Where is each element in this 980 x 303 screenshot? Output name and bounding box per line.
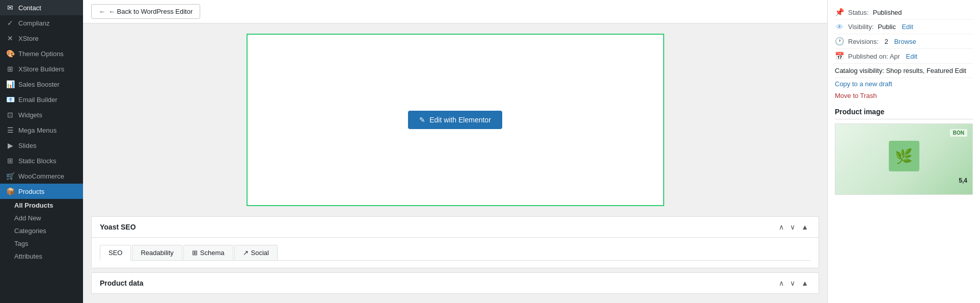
sidebar-item-woocommerce[interactable]: 🛒 WooCommerce: [0, 168, 83, 184]
widgets-icon: ⊡: [6, 111, 14, 119]
sections-area: Yoast SEO ∧ ∨ ▲ SEO Readability: [83, 216, 827, 303]
product-collapse-up-icon[interactable]: ∧: [777, 278, 786, 288]
product-collapse-down-icon[interactable]: ∨: [788, 278, 797, 288]
status-icon: 📌: [835, 8, 844, 17]
canvas-wrapper: ✎ Edit with Elementor: [83, 23, 827, 216]
catalog-visibility-label: Catalog visibility:: [835, 67, 886, 74]
product-data-header[interactable]: Product data ∧ ∨ ▲: [92, 273, 819, 293]
elementor-icon: ✎: [419, 116, 425, 124]
product-price: 5,4: [959, 177, 967, 184]
catalog-visibility-value: Shop results, Featured: [886, 67, 955, 74]
complianz-icon: ✓: [6, 19, 14, 27]
sidebar-item-static-blocks[interactable]: ⊞ Static Blocks: [0, 153, 83, 168]
categories-label: Categories: [14, 227, 46, 235]
sidebar-item-mega-menus[interactable]: ☰ Mega Menus: [0, 122, 83, 138]
sidebar-item-xstore[interactable]: ✕ XStore: [0, 31, 83, 46]
sidebar-item-label: XStore: [18, 35, 39, 42]
product-image-thumbnail[interactable]: 🌿 BON 5,4: [835, 123, 973, 195]
visibility-edit-link[interactable]: Edit: [902, 23, 913, 31]
yoast-seo-body: SEO Readability ⊞ Schema ↗ Social: [92, 238, 819, 268]
editor-canvas: ✎ Edit with Elementor: [247, 34, 664, 206]
yoast-tabs: SEO Readability ⊞ Schema ↗ Social: [100, 245, 810, 261]
mega-menus-icon: ☰: [6, 126, 14, 134]
tab-seo[interactable]: SEO: [100, 245, 131, 261]
catalog-visibility-row: Catalog visibility: Shop results, Featur…: [835, 64, 973, 78]
sidebar-item-sales-booster[interactable]: 📊 Sales Booster: [0, 77, 83, 92]
sidebar-item-contact[interactable]: ✉ Contact: [0, 0, 83, 15]
all-products-label: All Products: [14, 201, 53, 209]
product-thumb-icon: 🌿: [895, 148, 913, 165]
woocommerce-icon: 🛒: [6, 172, 14, 180]
published-on-label: Published on: Apr: [848, 53, 902, 60]
sidebar-item-email-builder[interactable]: 📧 Email Builder: [0, 92, 83, 107]
sidebar-item-xstore-builders[interactable]: ⊞ XStore Builders: [0, 61, 83, 77]
revisions-browse-link[interactable]: Browse: [894, 38, 916, 45]
visibility-icon: 👁: [835, 22, 844, 31]
collapse-up-icon[interactable]: ∧: [777, 222, 786, 232]
tab-schema[interactable]: ⊞ Schema: [183, 245, 233, 260]
sidebar-item-label: Mega Menus: [18, 127, 57, 134]
product-badge: BON: [950, 129, 967, 137]
collapse-down-icon[interactable]: ∨: [788, 222, 797, 232]
email-builder-icon: 📧: [6, 95, 14, 104]
visibility-value: Public: [878, 23, 897, 31]
add-new-label: Add New: [14, 214, 41, 222]
sales-booster-icon: 📊: [6, 80, 14, 88]
visibility-row: 👁 Visibility: Public Edit: [835, 20, 973, 34]
social-icon: ↗: [243, 249, 249, 257]
status-value: Published: [873, 9, 902, 16]
product-close-icon[interactable]: ▲: [799, 278, 810, 288]
sidebar-item-label: Email Builder: [18, 96, 58, 104]
attributes-label: Attributes: [14, 252, 42, 260]
sidebar-item-theme-options[interactable]: 🎨 Theme Options: [0, 46, 83, 61]
theme-options-icon: 🎨: [6, 49, 14, 58]
yoast-seo-header[interactable]: Yoast SEO ∧ ∨ ▲: [92, 217, 819, 238]
copy-draft-link[interactable]: Copy to a new draft: [835, 78, 973, 90]
sidebar-sub-item-add-new[interactable]: Add New: [0, 212, 83, 224]
schema-tab-label: Schema: [200, 249, 225, 257]
sidebar: ✉ Contact ✓ Complianz ✕ XStore 🎨 Theme O…: [0, 0, 83, 303]
yoast-seo-section: Yoast SEO ∧ ∨ ▲ SEO Readability: [91, 216, 819, 268]
close-section-icon[interactable]: ▲: [799, 222, 810, 232]
tab-readability[interactable]: Readability: [132, 245, 182, 260]
product-image-placeholder: 🌿 BON 5,4: [835, 124, 972, 194]
sidebar-sub-item-all-products[interactable]: All Products: [0, 199, 83, 212]
xstore-icon: ✕: [6, 34, 14, 42]
edit-with-elementor-button[interactable]: ✎ Edit with Elementor: [408, 111, 502, 129]
xstore-builders-icon: ⊞: [6, 65, 14, 73]
sidebar-item-label: Theme Options: [18, 50, 64, 58]
published-on-edit-link[interactable]: Edit: [906, 53, 917, 60]
slides-icon: ▶: [6, 141, 14, 149]
product-thumb-shape: 🌿: [889, 141, 919, 171]
contact-icon: ✉: [6, 4, 14, 12]
status-row: 📌 Status: Published: [835, 5, 973, 20]
static-blocks-icon: ⊞: [6, 157, 14, 165]
tags-label: Tags: [14, 240, 28, 247]
sidebar-item-slides[interactable]: ▶ Slides: [0, 138, 83, 153]
yoast-seo-title: Yoast SEO: [100, 223, 136, 231]
product-data-section: Product data ∧ ∨ ▲: [91, 272, 819, 294]
sidebar-item-label: XStore Builders: [18, 65, 64, 73]
sidebar-sub-item-attributes[interactable]: Attributes: [0, 250, 83, 263]
tab-social[interactable]: ↗ Social: [234, 245, 278, 260]
published-on-icon: 📅: [835, 52, 844, 61]
right-sidebar: 📌 Status: Published 👁 Visibility: Public…: [827, 0, 980, 303]
sidebar-item-label: Static Blocks: [18, 157, 56, 165]
seo-tab-label: SEO: [108, 249, 122, 257]
visibility-label: Visibility:: [848, 23, 874, 31]
readability-tab-label: Readability: [141, 249, 173, 257]
back-to-wordpress-button[interactable]: ← ← Back to WordPress Editor: [91, 4, 200, 19]
main-content: ← ← Back to WordPress Editor ✎ Edit with…: [83, 0, 827, 303]
sidebar-item-label: Slides: [18, 142, 36, 149]
sidebar-item-products[interactable]: 📦 Products: [0, 184, 83, 199]
sidebar-sub-item-tags[interactable]: Tags: [0, 237, 83, 250]
sidebar-item-widgets[interactable]: ⊡ Widgets: [0, 107, 83, 122]
sidebar-item-complianz[interactable]: ✓ Complianz: [0, 15, 83, 31]
sidebar-item-label: Widgets: [18, 111, 42, 119]
sidebar-sub-item-categories[interactable]: Categories: [0, 224, 83, 237]
published-on-row: 📅 Published on: Apr Edit: [835, 49, 973, 64]
status-label: Status:: [848, 9, 868, 16]
catalog-visibility-edit-link[interactable]: Edit: [955, 67, 966, 74]
schema-icon: ⊞: [192, 249, 198, 257]
move-trash-link[interactable]: Move to Trash: [835, 90, 973, 102]
